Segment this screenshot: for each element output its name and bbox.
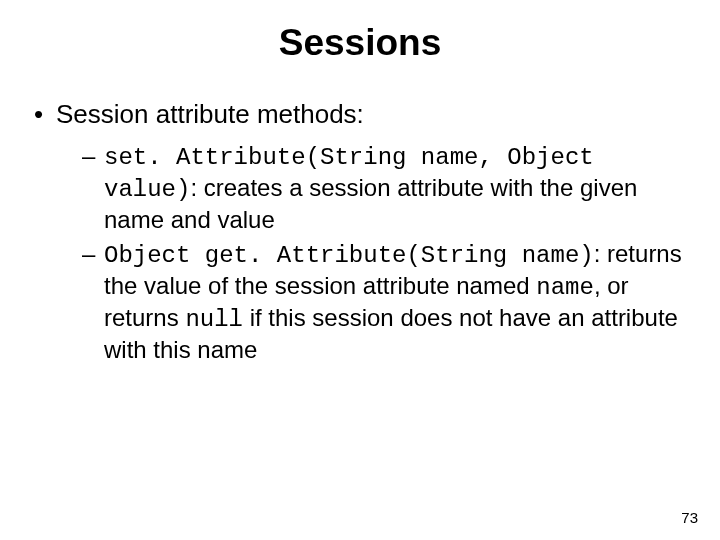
code-null: null <box>185 306 243 333</box>
bullet-dot-icon: • <box>34 98 56 131</box>
bullet-item-2-body: Object get. Attribute(String name): retu… <box>104 239 686 365</box>
code-set-attribute-line1: set. Attribute(String name, Object <box>104 144 594 171</box>
code-get-attribute: Object get. Attribute(String name) <box>104 242 594 269</box>
slide-title: Sessions <box>34 22 686 64</box>
bullet-level-1: • Session attribute methods: <box>34 98 686 131</box>
bullet-level-2-item: – Object get. Attribute(String name): re… <box>82 239 686 365</box>
code-set-attribute-line2: value) <box>104 176 190 203</box>
bullet-level-2-item: – set. Attribute(String name, Object val… <box>82 141 686 235</box>
bullet-item-1-body: set. Attribute(String name, Object value… <box>104 141 686 235</box>
code-name-param: name <box>536 274 594 301</box>
bullet-dash-icon: – <box>82 141 104 235</box>
bullet-dash-icon: – <box>82 239 104 365</box>
page-number: 73 <box>681 509 698 526</box>
slide: Sessions • Session attribute methods: – … <box>0 0 720 540</box>
bullet-level-1-text: Session attribute methods: <box>56 98 364 131</box>
